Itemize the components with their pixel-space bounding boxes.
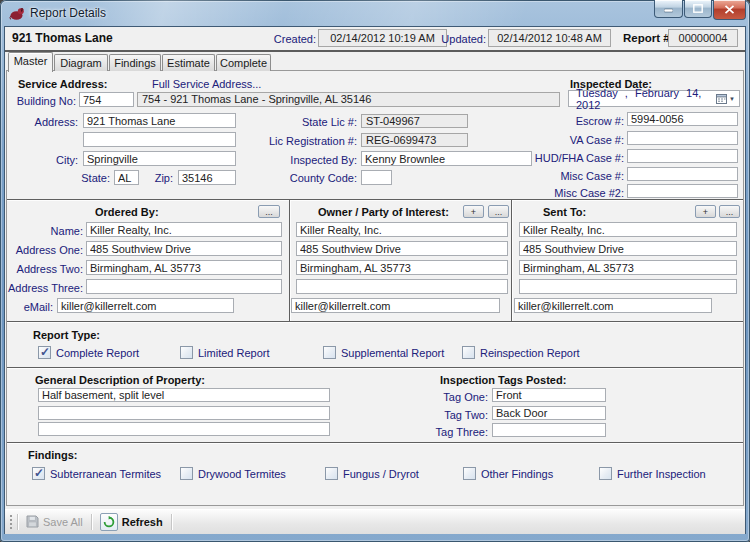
sent-to-add-button[interactable]: + — [695, 205, 716, 218]
address-label: Address: — [10, 116, 78, 128]
fungus-dryrot-option: Fungus / Dryrot — [325, 467, 419, 480]
full-service-address-link[interactable]: Full Service Address... — [152, 78, 261, 90]
ordered-by-heading: Ordered By: — [95, 206, 159, 218]
refresh-icon — [100, 513, 118, 531]
tab-findings[interactable]: Findings — [109, 54, 161, 71]
drywood-termites-label[interactable]: Drywood Termites — [198, 468, 286, 480]
tab-master[interactable]: Master — [8, 52, 53, 72]
description-line3-input[interactable] — [38, 422, 330, 436]
ordered-by-address-three-input[interactable] — [86, 279, 282, 294]
calendar-icon[interactable]: ▼ — [716, 93, 739, 104]
tab-complete[interactable]: Complete — [216, 54, 271, 71]
va-case-label: VA Case #: — [505, 134, 624, 146]
building-no-input[interactable] — [79, 92, 134, 107]
close-button[interactable] — [713, 0, 746, 20]
misc-case2-input[interactable] — [627, 184, 738, 198]
sent-to-heading: Sent To: — [543, 206, 586, 218]
hud-fha-case-label: HUD/FHA Case #: — [505, 152, 624, 164]
va-case-input[interactable] — [627, 131, 738, 145]
ordered-by-name-input[interactable] — [86, 222, 282, 237]
other-findings-checkbox[interactable] — [463, 467, 476, 480]
ordered-by-name-label: Name: — [3, 225, 83, 237]
tab-diagram[interactable]: Diagram — [54, 54, 108, 71]
reinspection-report-checkbox[interactable] — [462, 346, 475, 359]
fungus-dryrot-checkbox[interactable] — [325, 467, 338, 480]
tag-three-input[interactable] — [492, 423, 606, 437]
owner-add-button[interactable]: + — [463, 205, 484, 218]
bottom-toolbar: Save All Refresh — [5, 509, 745, 534]
inspection-tags-heading: Inspection Tags Posted: — [440, 374, 566, 386]
sent-to-email-input[interactable] — [514, 298, 712, 313]
refresh-button[interactable]: Refresh — [96, 512, 167, 532]
ordered-by-ellipsis-button[interactable]: ... — [258, 205, 280, 218]
toolbar-grip[interactable] — [9, 514, 13, 530]
further-inspection-label[interactable]: Further Inspection — [617, 468, 706, 480]
inspected-date-picker[interactable]: Tuesday , February 14, 2012 ▼ — [568, 90, 740, 107]
fungus-dryrot-label[interactable]: Fungus / Dryrot — [343, 468, 419, 480]
ordered-by-address-one-input[interactable] — [86, 241, 282, 256]
sent-to-address-two-input[interactable] — [519, 260, 737, 275]
description-line1-input[interactable] — [38, 388, 330, 402]
limited-report-label[interactable]: Limited Report — [198, 347, 270, 359]
complete-report-checkbox[interactable] — [38, 346, 51, 359]
sent-to-address-three-input[interactable] — [519, 279, 737, 294]
tag-one-input[interactable] — [492, 388, 606, 402]
zip-label: Zip: — [130, 172, 173, 184]
reinspection-report-label[interactable]: Reinspection Report — [480, 347, 580, 359]
other-findings-option: Other Findings — [463, 467, 553, 480]
subterranean-termites-checkbox[interactable] — [32, 467, 45, 480]
inspected-date-value: Tuesday , February 14, 2012 — [569, 87, 716, 111]
supplemental-report-checkbox[interactable] — [323, 346, 336, 359]
address-line1-input[interactable] — [83, 113, 236, 128]
tab-estimate[interactable]: Estimate — [162, 54, 215, 71]
ordered-by-email-input[interactable] — [57, 298, 234, 313]
column-divider — [289, 200, 290, 321]
address-line2-input[interactable] — [83, 132, 236, 147]
owner-address-two-input[interactable] — [296, 260, 508, 275]
zip-input[interactable] — [178, 170, 236, 185]
ordered-by-address-one-label: Address One: — [3, 244, 83, 256]
tag-two-label: Tag Two: — [420, 409, 488, 421]
window-title: Report Details — [30, 6, 106, 20]
description-line2-input[interactable] — [38, 406, 330, 420]
owner-ellipsis-button[interactable]: ... — [488, 205, 509, 218]
supplemental-report-label[interactable]: Supplemental Report — [341, 347, 444, 359]
sent-to-address-one-input[interactable] — [519, 241, 737, 256]
minimize-button[interactable] — [654, 0, 683, 18]
tag-three-label: Tag Three: — [415, 426, 488, 438]
report-type-heading: Report Type: — [33, 329, 100, 341]
misc-case-input[interactable] — [627, 167, 738, 181]
state-lic-value: ST-049967 — [361, 114, 468, 128]
sent-to-name-input[interactable] — [519, 222, 737, 237]
column-divider — [511, 200, 512, 321]
other-findings-label[interactable]: Other Findings — [481, 468, 553, 480]
created-label: Created: — [270, 33, 316, 45]
drywood-termites-checkbox[interactable] — [180, 467, 193, 480]
city-input[interactable] — [83, 151, 236, 166]
general-description-heading: General Description of Property: — [35, 374, 205, 386]
county-code-input[interactable] — [361, 170, 392, 185]
ordered-by-address-two-label: Address Two: — [3, 263, 83, 275]
owner-heading: Owner / Party of Interest: — [318, 206, 449, 218]
further-inspection-option: Further Inspection — [599, 467, 706, 480]
refresh-label: Refresh — [122, 516, 163, 528]
maximize-button[interactable] — [684, 0, 712, 18]
subterranean-termites-label[interactable]: Subterranean Termites — [50, 468, 161, 480]
save-all-button[interactable]: Save All — [22, 512, 87, 532]
building-no-label: Building No: — [10, 95, 76, 107]
further-inspection-checkbox[interactable] — [599, 467, 612, 480]
ordered-by-address-two-input[interactable] — [86, 260, 282, 275]
section-divider — [7, 442, 743, 443]
owner-email-input[interactable] — [291, 298, 500, 313]
app-icon — [9, 5, 25, 23]
complete-report-label[interactable]: Complete Report — [56, 347, 139, 359]
sent-to-ellipsis-button[interactable]: ... — [719, 205, 740, 218]
escrow-input[interactable] — [627, 112, 738, 126]
limited-report-checkbox[interactable] — [180, 346, 193, 359]
owner-address-three-input[interactable] — [296, 279, 508, 294]
tag-two-input[interactable] — [492, 406, 606, 420]
owner-name-input[interactable] — [296, 222, 508, 237]
ordered-by-address-three-label: Address Three: — [3, 282, 83, 294]
hud-fha-case-input[interactable] — [627, 149, 738, 163]
owner-address-one-input[interactable] — [296, 241, 508, 256]
